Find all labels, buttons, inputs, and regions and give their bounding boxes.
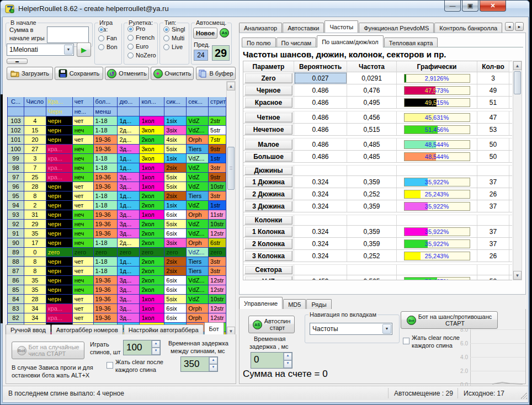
spins-cell[interactable]: 93 — [8, 210, 24, 220]
spins-cell[interactable]: 101 — [8, 135, 24, 145]
spins-cell[interactable]: VdZ — [187, 295, 209, 304]
freq-probability-cell[interactable]: 0.459 — [294, 275, 347, 280]
spins-cell[interactable]: черн — [46, 220, 73, 229]
spins-cell[interactable]: кра... — [46, 173, 73, 182]
spins-table[interactable]: С...ЧислоКра...четбол...дю...кол...сик..… — [7, 97, 226, 336]
spins-cell[interactable]: 19-36 — [94, 295, 118, 304]
spins-cell[interactable]: черн — [46, 126, 73, 135]
spins-cell[interactable]: черн — [46, 295, 73, 304]
spins-cell[interactable]: черн — [46, 229, 73, 238]
spins-cell[interactable]: 6six — [164, 276, 187, 285]
spins-cell[interactable]: 27 — [24, 145, 46, 154]
freq-probability-cell[interactable]: 0.486 — [294, 138, 347, 150]
freq-row-label[interactable]: 1 Колонка — [244, 226, 292, 237]
spins-cell[interactable]: 11str — [209, 210, 226, 220]
clear-button[interactable]: ✦ Очистить — [151, 67, 194, 80]
spins-cell[interactable]: 3д... — [118, 145, 140, 154]
spins-cell[interactable]: кра... — [46, 304, 73, 313]
spins-cell[interactable]: VdZ... — [187, 154, 209, 163]
control-clear-checkbox[interactable] — [403, 338, 409, 344]
spins-cell[interactable]: 12str — [209, 304, 226, 313]
minimize-button[interactable]: — — [444, 1, 461, 12]
spins-cell[interactable]: VdZ — [187, 163, 209, 173]
freq-frequency-cell[interactable]: 0,0291 — [347, 72, 397, 84]
freq-count-cell[interactable]: 26 — [477, 250, 509, 262]
freq-probability-cell[interactable]: 0.486 — [294, 97, 347, 108]
freq-probability-cell[interactable]: 0.324 — [294, 188, 347, 200]
freq-count-cell[interactable]: 50 — [477, 138, 509, 150]
spins-cell[interactable]: Orph — [187, 313, 209, 323]
radio-game-on-2[interactable]: Bon — [98, 44, 121, 50]
spins-cell[interactable]: zero — [118, 248, 140, 257]
spins-cell[interactable]: 2кол — [140, 229, 164, 238]
freq-subtab-2[interactable]: По шансам/дюж/кол — [317, 35, 384, 47]
spins-cell[interactable]: 87 — [8, 267, 24, 276]
radio-type-2[interactable]: Live — [163, 44, 189, 50]
close-button[interactable]: ✕ — [480, 1, 506, 12]
spins-cell[interactable]: неч — [73, 154, 94, 163]
spins-cell[interactable]: VdZ — [187, 173, 209, 182]
spins-cell[interactable]: 1-18 — [94, 154, 118, 163]
spins-cell[interactable]: VdZ... — [187, 126, 209, 135]
spins-cell[interactable]: 3д... — [118, 313, 140, 323]
freq-probability-cell[interactable]: 0.324 — [294, 226, 347, 237]
right-tab-1[interactable]: Автоставки — [283, 23, 324, 33]
spins-cell[interactable]: 2кол — [140, 267, 164, 276]
spins-cell[interactable]: 3str — [209, 267, 226, 276]
freq-count-cell[interactable]: 37 — [477, 200, 509, 212]
spins-cell[interactable]: Orph — [187, 304, 209, 313]
undo-button[interactable]: ↺ Отменить — [105, 67, 149, 80]
freq-frequency-cell[interactable]: 0,515 — [347, 124, 397, 135]
chance-bot-start-button[interactable]: Bot Бот на шанс/противошансСТАРТ — [401, 311, 498, 329]
freq-probability-cell[interactable]: 0.324 — [294, 238, 347, 249]
spins-cell[interactable]: Orph — [187, 135, 209, 145]
freq-probability-cell[interactable]: 0.324 — [294, 200, 347, 212]
left-tab-2[interactable]: Настройки автограббера — [124, 324, 204, 334]
spins-cell[interactable]: 12str — [209, 313, 226, 323]
spins-cell[interactable]: 96 — [8, 182, 24, 191]
spins-cell[interactable]: черн — [46, 135, 73, 145]
stepper-down-icon[interactable]: ▼ — [284, 360, 292, 368]
spins-cell[interactable]: чет — [73, 267, 94, 276]
freq-row-label[interactable]: Нечетное — [244, 124, 292, 135]
right-tab-0[interactable]: Анализатор — [239, 23, 282, 33]
spins-cell[interactable]: 34 — [24, 313, 46, 323]
freq-count-cell[interactable]: 53 — [477, 124, 509, 135]
tabs-scroll-right-icon[interactable]: ► — [515, 22, 524, 31]
spins-cell[interactable]: 1д... — [118, 154, 140, 163]
freq-row-label[interactable]: Большое — [244, 151, 292, 162]
freq-probability-cell[interactable]: 0.486 — [294, 111, 347, 123]
spins-cell[interactable]: 15 — [24, 126, 46, 135]
freq-count-cell[interactable]: 49 — [477, 84, 509, 96]
spins-cell[interactable]: 97 — [8, 173, 24, 182]
spins-cell[interactable]: неч — [73, 229, 94, 238]
spins-cell[interactable]: 2кол — [140, 238, 164, 248]
spins-cell[interactable]: 5six — [164, 145, 187, 154]
freq-count-cell[interactable]: 3 — [477, 72, 509, 84]
spins-cell[interactable]: 19-36 — [94, 229, 118, 238]
spins-scrollbar[interactable]: ▲ ▼ — [226, 81, 236, 336]
spins-cell[interactable]: неч — [73, 173, 94, 182]
spins-cell[interactable]: 0 — [24, 248, 46, 257]
spins-cell[interactable]: 19-36 — [94, 220, 118, 229]
spins-cell[interactable]: неч — [73, 210, 94, 220]
spins-cell[interactable]: 5six — [164, 220, 187, 229]
spins-cell[interactable]: 7 — [24, 163, 46, 173]
spins-cell[interactable]: неч — [73, 220, 94, 229]
start-sum-input[interactable] — [47, 26, 89, 43]
freq-frequency-cell[interactable]: 0,252 — [347, 250, 397, 262]
spins-cell[interactable]: 20 — [24, 135, 46, 145]
spins-cell[interactable]: 10str — [209, 220, 226, 229]
spins-cell[interactable]: черн — [46, 182, 73, 191]
autoshift-as-icon[interactable]: As — [220, 28, 229, 38]
spins-cell[interactable]: чет — [73, 135, 94, 145]
spins-cell[interactable]: 6six — [164, 304, 187, 313]
chevron-down-icon[interactable]: ▼ — [382, 324, 391, 334]
right-tab-3[interactable]: Функционал PsevdoMS — [359, 23, 434, 33]
spins-cell[interactable]: 1кол — [140, 173, 164, 182]
spins-cell[interactable]: 84 — [8, 295, 24, 304]
spins-cell[interactable]: чет — [73, 304, 94, 313]
spins-cell[interactable]: 92 — [8, 220, 24, 229]
spins-cell[interactable]: 12str — [209, 276, 226, 285]
freq-subtab-3[interactable]: Тепловая карта — [384, 38, 438, 47]
